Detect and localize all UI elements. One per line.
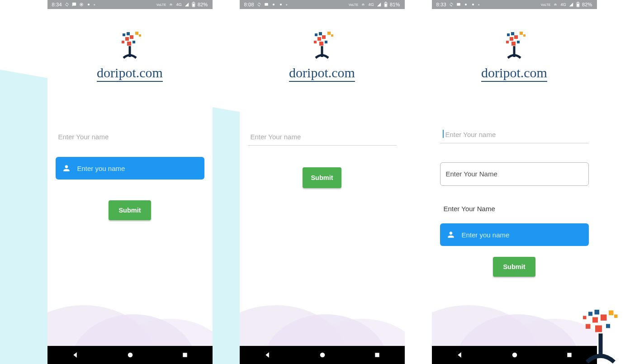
gear-icon [464, 2, 468, 7]
svg-point-32 [320, 353, 325, 358]
submit-button[interactable]: Submit [303, 167, 341, 188]
nav-home-icon[interactable] [126, 351, 134, 359]
svg-rect-55 [592, 317, 598, 323]
svg-rect-27 [317, 37, 321, 41]
svg-rect-59 [606, 324, 610, 328]
status-lte: VoLTE [156, 3, 166, 6]
status-net: 4G [560, 2, 566, 7]
svg-rect-47 [511, 42, 516, 46]
hotspot-icon [168, 2, 174, 7]
svg-rect-23 [327, 32, 331, 35]
svg-rect-12 [122, 41, 124, 43]
nav-back-icon[interactable] [263, 351, 271, 359]
svg-point-35 [465, 4, 467, 5]
status-dot: • [94, 2, 95, 7]
hotspot-icon [360, 2, 366, 7]
status-time: 8:33 [436, 2, 446, 7]
battery-icon [384, 2, 388, 7]
svg-rect-11 [130, 35, 133, 39]
svg-rect-34 [457, 3, 460, 6]
phone-screen-1: 8:34 • VoLTE 4G 82% [47, 0, 213, 364]
svg-rect-4 [193, 2, 194, 3]
phone-screen-3: 8:33 • VoLTE 4G 82% [432, 0, 597, 364]
svg-rect-60 [583, 316, 587, 320]
sync-icon [257, 2, 261, 7]
svg-rect-51 [609, 311, 614, 316]
person-icon [62, 164, 71, 173]
filled-name-input[interactable]: Enter you name [56, 157, 204, 180]
name-input-underline[interactable] [440, 127, 589, 143]
svg-rect-14 [133, 41, 135, 43]
svg-rect-41 [523, 34, 526, 37]
battery-icon [576, 2, 580, 7]
status-battery: 81% [390, 2, 400, 7]
brand-text: doripot.com [481, 65, 547, 82]
filled-name-input[interactable]: Enter you name [440, 223, 589, 246]
sync-icon [65, 2, 69, 7]
nav-recent-icon[interactable] [181, 351, 189, 359]
svg-rect-33 [375, 353, 379, 357]
brand-tree-icon [496, 31, 532, 64]
svg-rect-6 [135, 32, 138, 35]
android-nav-bar [432, 346, 597, 364]
svg-rect-58 [595, 326, 602, 332]
svg-rect-16 [183, 353, 187, 357]
svg-rect-39 [577, 4, 579, 7]
status-dot: • [286, 2, 288, 7]
status-battery: 82% [198, 2, 208, 7]
status-time: 8:08 [244, 2, 254, 7]
status-lte: VoLTE [541, 3, 551, 6]
svg-point-1 [80, 4, 82, 5]
target-icon [79, 2, 84, 7]
svg-point-15 [128, 353, 133, 358]
svg-rect-50 [568, 353, 572, 357]
svg-rect-22 [385, 4, 387, 7]
brand-tree-icon [112, 31, 148, 64]
status-lte: VoLTE [349, 3, 359, 6]
svg-rect-46 [506, 41, 509, 43]
svg-rect-10 [125, 37, 129, 41]
svg-rect-44 [510, 37, 513, 41]
message-icon [72, 2, 76, 7]
sync-icon [449, 2, 454, 7]
svg-rect-30 [319, 42, 323, 46]
nav-recent-icon[interactable] [374, 351, 381, 359]
nav-home-icon[interactable] [511, 351, 519, 359]
phone-screen-2: 8:08 • VoLTE 4G 81% [240, 0, 405, 364]
nav-back-icon[interactable] [71, 351, 79, 359]
nav-recent-icon[interactable] [566, 351, 573, 359]
brand-tree-icon [304, 31, 340, 64]
svg-rect-48 [517, 41, 520, 43]
name-input[interactable] [56, 129, 204, 145]
android-nav-bar [240, 346, 405, 364]
submit-button[interactable]: Submit [109, 200, 151, 220]
svg-rect-29 [314, 41, 317, 43]
status-net: 4G [368, 2, 374, 7]
svg-rect-43 [511, 32, 514, 35]
page-brand-tree-icon [573, 308, 628, 364]
status-dot: • [478, 2, 480, 7]
svg-rect-31 [325, 41, 327, 43]
svg-rect-24 [331, 34, 333, 37]
svg-rect-54 [595, 310, 600, 315]
hotspot-icon [553, 2, 558, 7]
name-input[interactable] [248, 129, 397, 146]
svg-rect-45 [514, 35, 518, 39]
signal-icon [184, 2, 189, 7]
nav-back-icon[interactable] [455, 351, 464, 359]
svg-rect-38 [577, 2, 578, 3]
name-input-outlined[interactable]: Enter Your Name [440, 162, 589, 186]
svg-rect-8 [123, 33, 125, 36]
battery-icon [192, 2, 195, 7]
submit-button[interactable]: Submit [493, 257, 535, 277]
gear-icon [471, 2, 475, 7]
svg-rect-17 [265, 3, 268, 6]
svg-rect-21 [385, 2, 386, 3]
svg-rect-28 [322, 35, 326, 39]
svg-rect-57 [586, 324, 591, 329]
nav-home-icon[interactable] [318, 351, 327, 359]
svg-rect-25 [315, 33, 317, 36]
signal-icon [376, 2, 382, 7]
svg-rect-42 [507, 33, 510, 36]
status-bar: 8:34 • VoLTE 4G 82% [47, 0, 213, 9]
